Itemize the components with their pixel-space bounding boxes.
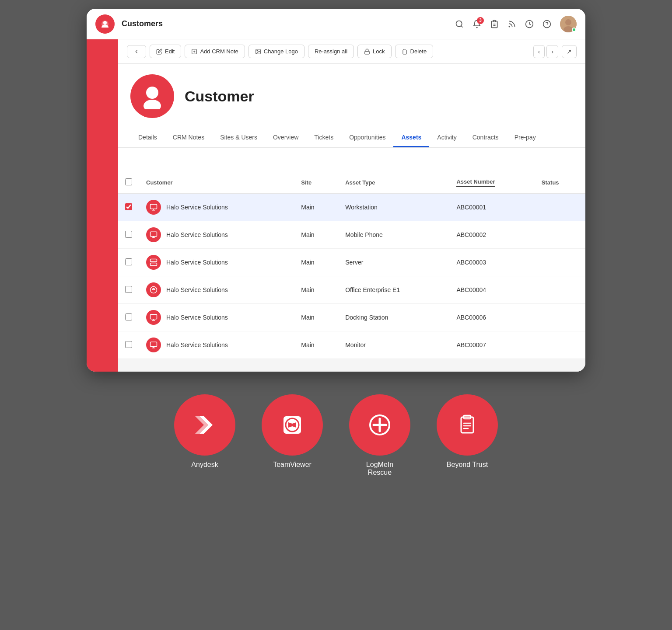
- tab-details[interactable]: Details: [130, 129, 165, 147]
- row-customer-cell: Halo Service Solutions: [139, 221, 294, 249]
- row-status-cell: [535, 331, 585, 359]
- row-site-cell: Main: [294, 249, 338, 276]
- tabs: Details CRM Notes Sites & Users Overview…: [130, 129, 573, 147]
- add-crm-note-button[interactable]: Add CRM Note: [185, 45, 245, 58]
- svg-rect-23: [150, 259, 157, 262]
- asset-type-icon: [146, 310, 161, 325]
- svg-rect-32: [150, 342, 157, 347]
- row-checkbox[interactable]: [125, 258, 132, 265]
- toolbar: Edit Add CRM Note Change Logo Re-assign …: [118, 39, 585, 64]
- edit-button[interactable]: Edit: [150, 45, 181, 58]
- svg-point-4: [509, 26, 510, 27]
- svg-point-1: [103, 21, 107, 24]
- row-site-cell: Main: [294, 221, 338, 249]
- tab-overview[interactable]: Overview: [265, 129, 306, 147]
- anydesk-button[interactable]: [174, 394, 235, 456]
- delete-button[interactable]: Delete: [395, 45, 434, 58]
- bottom-app-beyondtrust: Beyond Trust: [437, 394, 498, 469]
- row-customer-name: Halo Service Solutions: [166, 314, 228, 321]
- lock-label: Lock: [373, 48, 385, 55]
- add-crm-note-label: Add CRM Note: [200, 48, 238, 55]
- header-customer-col[interactable]: Customer: [139, 172, 294, 193]
- row-customer-cell: Halo Service Solutions: [139, 276, 294, 304]
- back-button[interactable]: [127, 45, 146, 58]
- bottom-section: Anydesk TeamViewer LogMeInRescue: [87, 386, 585, 494]
- help-button[interactable]: [542, 20, 551, 28]
- row-asset-type-cell: Mobile Phone: [338, 221, 449, 249]
- svg-point-13: [257, 50, 258, 51]
- row-checkbox[interactable]: [125, 341, 132, 348]
- header-asset-type-col[interactable]: Asset Type: [338, 172, 449, 193]
- header-asset-number-col[interactable]: Asset Number: [449, 172, 534, 193]
- row-checkbox[interactable]: [125, 286, 132, 293]
- row-status-cell: [535, 193, 585, 221]
- row-checkbox-cell: [118, 304, 139, 331]
- teamviewer-label: TeamViewer: [273, 461, 312, 469]
- asset-type-icon: [146, 200, 161, 215]
- expand-button[interactable]: ↗: [562, 45, 577, 58]
- customer-header: Customer: [130, 74, 573, 118]
- row-asset-type-cell: Server: [338, 249, 449, 276]
- header-status-col[interactable]: Status: [535, 172, 585, 193]
- row-checkbox[interactable]: [125, 203, 132, 210]
- row-site-cell: Main: [294, 193, 338, 221]
- app-logo: [95, 14, 115, 34]
- row-customer-cell: Halo Service Solutions: [139, 249, 294, 276]
- row-customer-cell: Halo Service Solutions: [139, 193, 294, 221]
- tab-crm-notes[interactable]: CRM Notes: [165, 129, 212, 147]
- change-logo-label: Change Logo: [264, 48, 298, 55]
- header-checkbox-col: [118, 172, 139, 193]
- history-button[interactable]: [525, 20, 534, 28]
- header-site-col[interactable]: Site: [294, 172, 338, 193]
- row-asset-type-cell: Docking Station: [338, 304, 449, 331]
- delete-label: Delete: [410, 48, 427, 55]
- clipboard-button[interactable]: [490, 20, 499, 28]
- row-customer-name: Halo Service Solutions: [166, 204, 228, 211]
- beyondtrust-button[interactable]: [437, 394, 498, 456]
- row-status-cell: [535, 221, 585, 249]
- feed-button[interactable]: [508, 20, 516, 28]
- toolbar-nav-group: ‹ ›: [533, 45, 558, 58]
- row-checkbox[interactable]: [125, 313, 132, 320]
- row-asset-number-cell: ABC00003: [449, 249, 534, 276]
- svg-rect-3: [494, 20, 496, 21]
- row-checkbox[interactable]: [125, 231, 132, 238]
- top-nav: Customers 3: [87, 9, 585, 39]
- tab-opportunities[interactable]: Opportunities: [341, 129, 393, 147]
- row-asset-number-cell: ABC00002: [449, 221, 534, 249]
- assets-table: Customer Site Asset Type Asset Number: [118, 172, 585, 359]
- svg-rect-17: [150, 204, 157, 209]
- notification-badge: 3: [477, 17, 484, 24]
- main-layout: Edit Add CRM Note Change Logo Re-assign …: [87, 39, 585, 372]
- notification-button[interactable]: 3: [472, 20, 481, 28]
- reassign-all-button[interactable]: Re-assign all: [308, 45, 354, 58]
- row-asset-number-cell: ABC00007: [449, 331, 534, 359]
- svg-rect-43: [461, 417, 473, 433]
- tab-sites-users[interactable]: Sites & Users: [212, 129, 265, 147]
- lock-button[interactable]: Lock: [357, 45, 391, 58]
- tab-assets[interactable]: Assets: [393, 129, 429, 147]
- row-customer-name: Halo Service Solutions: [166, 341, 228, 348]
- tab-activity[interactable]: Activity: [429, 129, 464, 147]
- tab-prepay[interactable]: Pre-pay: [507, 129, 544, 147]
- search-button[interactable]: [455, 20, 464, 28]
- row-checkbox-cell: [118, 221, 139, 249]
- row-customer-cell: Halo Service Solutions: [139, 304, 294, 331]
- svg-point-2: [456, 21, 462, 26]
- select-all-checkbox[interactable]: [125, 178, 132, 185]
- tab-contracts[interactable]: Contracts: [465, 129, 507, 147]
- table-row: Halo Service SolutionsMainMobile PhoneAB…: [118, 221, 585, 249]
- prev-button[interactable]: ‹: [533, 45, 545, 58]
- change-logo-button[interactable]: Change Logo: [248, 45, 304, 58]
- row-site-cell: Main: [294, 276, 338, 304]
- svg-point-28: [153, 289, 154, 290]
- next-button[interactable]: ›: [546, 45, 558, 58]
- svg-point-9: [565, 19, 571, 25]
- beyondtrust-label: Beyond Trust: [447, 461, 488, 469]
- tab-tickets[interactable]: Tickets: [306, 129, 341, 147]
- row-status-cell: [535, 276, 585, 304]
- svg-rect-14: [365, 51, 370, 54]
- logmein-button[interactable]: [349, 394, 410, 456]
- teamviewer-button[interactable]: [262, 394, 323, 456]
- row-asset-number-cell: ABC00004: [449, 276, 534, 304]
